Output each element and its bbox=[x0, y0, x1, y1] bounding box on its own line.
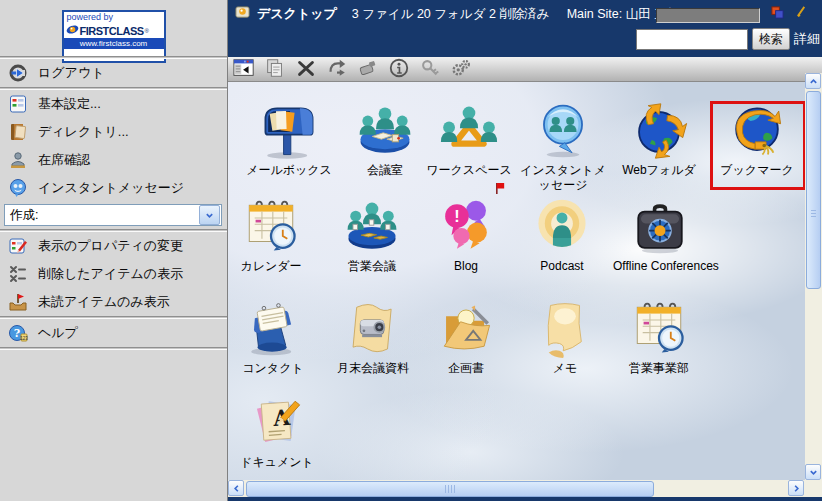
logo-area: powered by FIRSTCLASS ® www.firstclass.c… bbox=[0, 0, 227, 63]
sidebar-item-display-properties[interactable]: 表示のプロパティの変更 bbox=[0, 232, 227, 260]
logo-registered-mark: ® bbox=[145, 28, 149, 34]
desktop-item-mailbox[interactable]: メールボックス bbox=[242, 100, 336, 178]
desktop-item-workspace[interactable]: ワークスペース bbox=[422, 100, 516, 178]
main-pane: デスクトップ 3 ファイル 20 フォルダ 2 削除済み Main Site: … bbox=[228, 0, 822, 501]
desktop-item-web-folder[interactable]: Webフォルダ bbox=[612, 100, 706, 178]
sidebar-item-label: インスタントメッセージ bbox=[38, 179, 184, 197]
search-row: 検索 詳細 bbox=[636, 28, 820, 50]
desktop-item-label: Podcast bbox=[515, 259, 609, 274]
edit-pen-icon[interactable] bbox=[795, 5, 808, 21]
search-button[interactable]: 検索 bbox=[752, 28, 790, 50]
scroll-up-button[interactable] bbox=[805, 73, 821, 89]
instant-message-icon bbox=[8, 178, 28, 198]
desktop-item-sales-department[interactable]: 営業事業部 bbox=[612, 298, 706, 376]
desktop-item-sales-meeting[interactable]: 営業会議 bbox=[325, 196, 419, 274]
desktop-item-label: カレンダー bbox=[228, 259, 318, 274]
sidebar-item-presence[interactable]: 在席確認 bbox=[0, 146, 227, 174]
presence-icon bbox=[8, 150, 28, 170]
scroll-right-button[interactable] bbox=[788, 480, 804, 496]
desktop-item-label: Webフォルダ bbox=[612, 163, 706, 178]
desktop-item-proposal[interactable]: 企画書 bbox=[419, 298, 513, 376]
sidebar-item-label: 未読アイテムのみ表示 bbox=[38, 293, 170, 311]
toolbar-forward-button[interactable] bbox=[325, 57, 349, 81]
desktop-item-label: インスタントメッセージ bbox=[514, 163, 612, 193]
desktop-item-label: 営業会議 bbox=[325, 259, 419, 274]
vertical-scroll-thumb[interactable] bbox=[806, 91, 821, 289]
window-header: デスクトップ 3 ファイル 20 フォルダ 2 削除済み Main Site: … bbox=[228, 0, 822, 57]
copy-icon bbox=[264, 57, 286, 82]
document-icon: A bbox=[230, 392, 324, 452]
unread-items-icon bbox=[8, 292, 28, 312]
forward-icon bbox=[326, 57, 348, 82]
sidebar-item-preferences[interactable]: 基本設定... bbox=[0, 90, 227, 118]
gears-icon bbox=[450, 57, 472, 82]
sidebar-item-label: ログアウト bbox=[38, 64, 105, 82]
toolbar-copy-button[interactable] bbox=[263, 57, 287, 81]
sidebar-item-logout[interactable]: ログアウト bbox=[0, 59, 227, 87]
scroll-left-button[interactable] bbox=[228, 480, 244, 496]
desktop-item-calendar[interactable]: カレンダー bbox=[228, 196, 318, 274]
desktop-item-label: 月末会議資料 bbox=[326, 361, 420, 376]
toolbar-permissions-button[interactable] bbox=[418, 57, 442, 81]
sidebar-item-instant-message[interactable]: インスタントメッセージ bbox=[0, 174, 227, 202]
vertical-scrollbar[interactable] bbox=[805, 73, 822, 480]
horizontal-scroll-thumb[interactable] bbox=[246, 481, 654, 497]
sidebar-combo-row: 作成: bbox=[0, 202, 227, 229]
chevron-left-icon bbox=[232, 481, 241, 496]
svg-text:!: ! bbox=[454, 207, 459, 225]
sidebar-item-unread-only[interactable]: 未読アイテムのみ表示 bbox=[0, 288, 227, 316]
department-calendar-icon bbox=[612, 298, 706, 358]
sidebar-item-directory[interactable]: ディレクトリ... bbox=[0, 118, 227, 146]
toolbar-settings-button[interactable] bbox=[449, 57, 473, 81]
desktop-item-label: ワークスペース bbox=[422, 163, 516, 178]
web-folder-icon bbox=[612, 100, 706, 160]
desktop-item-memo[interactable]: メモ bbox=[518, 298, 612, 376]
sidebar-item-help[interactable]: ?123ヘルプ bbox=[0, 319, 227, 347]
desktop-item-documents[interactable]: Aドキュメント bbox=[230, 392, 324, 470]
workspace-icon bbox=[422, 100, 516, 160]
chevron-down-icon bbox=[809, 465, 818, 480]
desktop-icon bbox=[235, 5, 250, 23]
sidebar-item-label: ディレクトリ... bbox=[38, 123, 129, 141]
desktop-item-instant-message[interactable]: インスタントメッセージ bbox=[514, 100, 612, 193]
create-combobox-label: 作成: bbox=[10, 207, 38, 224]
layers-icon[interactable] bbox=[771, 6, 784, 22]
toolbar-approve-button[interactable] bbox=[356, 57, 380, 81]
desktop-item-bookmarks[interactable]: ブックマーク bbox=[710, 100, 804, 178]
sidebar-item-label: ヘルプ bbox=[38, 324, 78, 342]
search-input[interactable] bbox=[636, 29, 748, 50]
create-combobox[interactable]: 作成: bbox=[4, 204, 222, 226]
sidebar-divider bbox=[0, 347, 227, 350]
toolbar-delete-button[interactable] bbox=[294, 57, 318, 81]
toolbar-info-button[interactable] bbox=[387, 57, 411, 81]
desktop-item-offline-conferences[interactable]: Offline Conferences bbox=[613, 196, 707, 274]
desktop-item-label: ドキュメント bbox=[230, 455, 324, 470]
sidebar-item-label: 在席確認 bbox=[38, 151, 90, 169]
sidebar-item-show-deleted[interactable]: 削除したアイテムの表示 bbox=[0, 260, 227, 288]
logo-powered-by: powered by bbox=[64, 12, 164, 23]
item-counts: 3 ファイル 20 フォルダ 2 削除済み bbox=[352, 6, 550, 23]
sidebar-item-label: 基本設定... bbox=[38, 95, 101, 113]
scroll-down-button[interactable] bbox=[805, 464, 821, 480]
desktop-item-monthly-meeting-materials[interactable]: 月末会議資料 bbox=[326, 298, 420, 376]
desktop-item-label: メールボックス bbox=[242, 163, 336, 178]
advanced-search-link[interactable]: 詳細 bbox=[794, 30, 820, 48]
desktop-item-label: 会議室 bbox=[338, 163, 432, 178]
panel-toggle-icon bbox=[233, 57, 255, 82]
desktop-item-conference-room[interactable]: 会議室 bbox=[338, 100, 432, 178]
svg-text:123: 123 bbox=[20, 336, 28, 341]
mailbox-icon bbox=[242, 100, 336, 160]
status-bar bbox=[656, 8, 760, 23]
desktop-item-blog[interactable]: !Blog bbox=[419, 196, 513, 274]
calendar-clock-icon bbox=[228, 196, 318, 256]
desktop-item-podcast[interactable]: Podcast bbox=[515, 196, 609, 274]
help-icon: ?123 bbox=[8, 323, 28, 343]
blog-icon: ! bbox=[419, 196, 513, 256]
desktop-item-label: Blog bbox=[419, 259, 513, 274]
horizontal-scrollbar[interactable] bbox=[228, 480, 822, 497]
toolbar-view-panel-button[interactable] bbox=[232, 57, 256, 81]
chevron-down-icon[interactable] bbox=[199, 205, 220, 225]
desktop-item-label: ブックマーク bbox=[710, 163, 804, 178]
desktop-item-contacts[interactable]: コンタクト bbox=[228, 298, 320, 376]
toolbar bbox=[228, 57, 822, 82]
